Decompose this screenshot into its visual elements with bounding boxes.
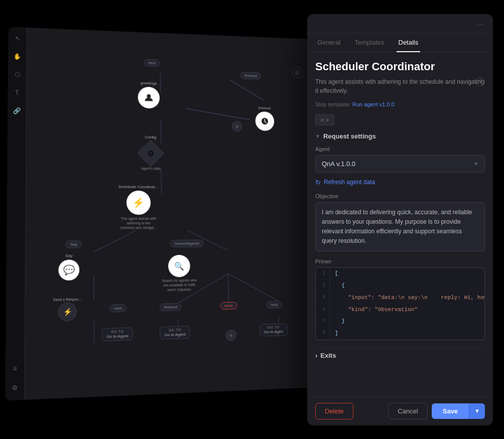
primer-editor[interactable]: 1 [ 2 { 3 "input": "data:\n say:\n reply… [315,267,485,340]
next-bottom-tag: next [266,301,282,309]
timeout-top-node[interactable]: timeout [240,72,262,80]
panel-dots-menu[interactable]: ··· [477,20,485,29]
code-line-6: 6 ] [316,328,484,340]
timeout-mid-node[interactable]: timeout [160,303,182,311]
scheduler-circle: ⚡ [127,190,151,214]
scheduler-desc: This agent assists with adhering to the … [120,216,157,230]
error-node[interactable]: error [220,302,237,310]
compass-icon[interactable]: ◎ [292,66,303,78]
next-top-node[interactable]: next [144,59,160,67]
cancel-button[interactable]: Cancel [388,403,427,419]
goto2-node[interactable]: GO TO Go to Agent [160,326,190,339]
timeout-right-node[interactable]: timeout [255,105,274,130]
tab-details[interactable]: Details [397,34,421,52]
save-button-group: Save ▼ [432,403,485,419]
config-sub: Agent's data [141,167,160,170]
tab-general[interactable]: General [315,34,342,52]
svg-point-0 [147,94,151,98]
panel-footer: Delete Cancel Save ▼ [307,396,493,425]
greetings-node[interactable]: greetings [138,80,160,108]
scheduler-node[interactable]: Scheduler Coordinat... ⚡ This agent assi… [118,184,159,230]
timeout-right-label: timeout [259,105,271,110]
say-node[interactable]: Say 💬 [58,253,79,280]
add-node-mid-button[interactable]: + [225,329,236,341]
code-line-5: 5 } [316,316,484,328]
add-node-button[interactable]: + [232,121,242,132]
send-response-node[interactable]: Send a Respon... ⚡ [53,297,82,321]
step-template-link[interactable]: Run agent v1.0.0 [352,101,395,107]
greetings-circle [138,86,160,108]
agent-field-label: Agent [315,146,485,152]
timeout-top-tag: timeout [240,72,262,80]
say-node-label: Say [65,253,72,258]
save-dropdown-button[interactable]: ▼ [469,403,485,419]
code-line-3: 3 "input": "data:\n say:\n reply: Hi, ho… [316,292,484,304]
goto2-box: GO TO Go to Agent [160,326,190,339]
send-label: Send a Respon... [53,297,82,301]
panel-header: ··· [307,14,493,34]
exits-section: › Exits [315,347,485,363]
step-template: Step template: Run agent v1.0.0 [315,101,485,107]
refresh-icon: ↻ [315,179,321,186]
exits-header[interactable]: › Exits [315,347,485,363]
exits-chevron-icon: › [315,352,317,359]
error-tag: error [220,302,237,310]
code-line-4: 4 "kind": "Observation" [316,304,484,316]
goto3-node[interactable]: GO TO Go to Agen [260,323,288,337]
save-button[interactable]: Save [432,403,469,419]
search-circle: 🔍 [168,254,190,277]
objective-field[interactable]: I am dedicated to delivering quick, accu… [315,202,485,252]
next-mid-tag: next [109,304,127,312]
say-circle: 💬 [58,259,79,280]
chevron-icon: ▼ [315,133,320,139]
details-panel: ··· General Templates Details Scheduler … [307,14,493,425]
primer-label: Primer [315,258,485,264]
panel-tabs: General Templates Details [307,34,493,52]
next-mid-node[interactable]: next [109,304,127,312]
delete-button[interactable]: Delete [315,403,353,419]
request-settings-header[interactable]: ▼ Request settings [315,132,485,140]
objective-label: Objective [315,193,485,199]
search-agents-node[interactable]: 🔍 Search for agents who are available to… [159,254,199,292]
help-icon[interactable]: ? [476,77,485,86]
next-bottom-node[interactable]: next [266,301,282,309]
say-pill[interactable]: Say [65,240,82,248]
select-arrow-icon: ▼ [473,161,478,167]
config-node[interactable]: Config ⚙ Agent's data [138,134,163,170]
code-badge[interactable]: < > [315,114,334,125]
say-tag: Say [65,240,82,248]
panel-content: Scheduler Coordinator This agent assists… [307,52,493,396]
timeout-mid-tag: timeout [160,303,182,311]
tab-templates[interactable]: Templates [352,34,386,52]
scheduler-label: Scheduler Coordinat... [118,184,159,189]
flow-canvas[interactable]: ↖ ✋ ⬡ T 🔗 ≡ ⚙ [5,27,320,400]
send-circle: ⚡ [58,302,77,321]
refresh-agent-data-button[interactable]: ↻ Refresh agent data [315,179,485,186]
code-line-1: 1 [ [316,268,484,280]
greetings-label: greetings [141,80,157,85]
agent-select[interactable]: QnA v.1.0.0 ▼ [315,155,485,173]
agent-title: Scheduler Coordinator [315,60,485,73]
search-desc: Search for agents who are available to f… [159,277,199,292]
config-label: Config [145,134,157,139]
goto1-node[interactable]: GO TO Go to Agent [102,327,133,341]
search-agents-pill[interactable]: SearchAgents [170,239,204,247]
goto3-box: GO TO Go to Agen [260,323,288,337]
timeout-right-circle [255,111,274,131]
code-line-2: 2 { [316,280,484,292]
agent-description: This agent assists with adhering to the … [315,77,485,95]
goto1-box: GO TO Go to Agent [102,327,133,341]
refresh-label: Refresh agent data [324,179,375,186]
next-tag: next [144,59,160,67]
search-agents-tag: SearchAgents [170,239,204,247]
